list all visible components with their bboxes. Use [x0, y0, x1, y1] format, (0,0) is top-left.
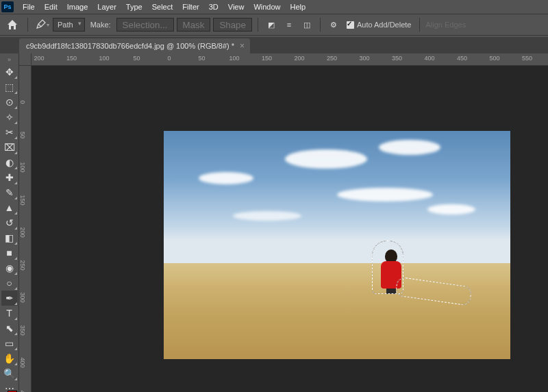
menu-layer[interactable]: Layer — [92, 1, 121, 12]
align-edges-option: Align Edges — [425, 21, 466, 29]
toolbar-chevron-icon[interactable]: » — [8, 56, 11, 63]
separator — [27, 18, 28, 32]
zoom-tool[interactable]: 🔍 — [1, 366, 18, 381]
make-shape-button[interactable]: Shape — [213, 18, 252, 32]
menu-bar: Ps FileEditImageLayerTypeSelectFilter3DV… — [0, 0, 548, 14]
marquee-tool[interactable]: ⬚ — [1, 79, 18, 95]
app-logo-icon: Ps — [1, 1, 14, 12]
horizontal-ruler[interactable]: 2001501005005010015020025030035040045050… — [32, 53, 548, 66]
checkbox-icon — [347, 21, 354, 29]
ruler-tick: 150 — [262, 55, 272, 62]
lasso-tool[interactable]: ⊙ — [1, 95, 18, 110]
menu-view[interactable]: View — [223, 1, 249, 12]
ruler-tick: 400 — [19, 357, 26, 367]
separator — [419, 18, 420, 32]
menu-3d[interactable]: 3D — [204, 1, 223, 12]
healing-tool[interactable]: ✚ — [1, 170, 18, 185]
close-icon[interactable]: × — [240, 41, 245, 51]
ruler-tick: 200 — [34, 55, 44, 62]
ruler-tick: 50 — [19, 131, 26, 138]
ruler-tick: 400 — [424, 55, 434, 62]
ruler-tick: 450 — [457, 55, 467, 62]
frame-tool[interactable]: ⌧ — [1, 140, 18, 155]
ruler-tick: 350 — [19, 325, 26, 335]
ruler-tick: 100 — [229, 55, 239, 62]
make-mask-button[interactable]: Mask — [177, 18, 211, 32]
ruler-tick: 250 — [19, 260, 26, 270]
ruler-tick: 0 — [19, 100, 26, 103]
ruler-tick: 250 — [327, 55, 337, 62]
image-cloud — [199, 172, 253, 184]
make-selection-button[interactable]: Selection... — [116, 18, 174, 32]
ruler-tick: 200 — [19, 227, 26, 237]
auto-add-delete-label: Auto Add/Delete — [357, 21, 412, 29]
ruler-origin[interactable] — [19, 53, 32, 66]
dodge-tool[interactable]: ○ — [1, 275, 18, 291]
path-align-icon[interactable]: ≡ — [282, 17, 297, 32]
ruler-tick: 550 — [522, 55, 532, 62]
vertical-ruler[interactable]: 050100150200250300350400450 — [19, 66, 32, 392]
path-arrange-icon[interactable]: ◫ — [299, 17, 314, 32]
menu-filter[interactable]: Filter — [177, 1, 203, 12]
document-tab-bar: c9cb9ddf18fc138017830db766edcfd4.jpg @ 1… — [0, 37, 548, 53]
document-tab[interactable]: c9cb9ddf18fc138017830db766edcfd4.jpg @ 1… — [19, 38, 250, 53]
ruler-tick: 500 — [489, 55, 499, 62]
type-tool[interactable]: T — [1, 306, 18, 321]
menu-help[interactable]: Help — [286, 1, 311, 12]
ruler-tick: 300 — [359, 55, 369, 62]
magic-wand-tool[interactable]: ✧ — [1, 110, 18, 125]
ruler-tick: 150 — [66, 55, 77, 62]
make-label: Make: — [88, 21, 114, 29]
crop-tool[interactable]: ✂ — [1, 125, 18, 140]
pen-tool[interactable]: ✒ — [1, 291, 18, 306]
image-cloud — [285, 149, 367, 169]
ruler-tick: 300 — [19, 292, 26, 302]
workspace: » ✥⬚⊙✧✂⌧◐✚✎▲↺◧■◉○✒T⬉▭✋🔍⋯ 200150100500501… — [0, 53, 548, 392]
menu-file[interactable]: File — [18, 1, 40, 12]
document-tab-title: c9cb9ddf18fc138017830db766edcfd4.jpg @ 1… — [26, 42, 234, 50]
image-cloud — [427, 204, 475, 215]
document-canvas[interactable] — [164, 131, 510, 359]
eyedropper-tool[interactable]: ◐ — [1, 155, 18, 170]
separator — [320, 18, 321, 32]
ruler-tick: 50 — [198, 55, 205, 62]
image-cloud — [233, 211, 301, 221]
ruler-tick: 50 — [133, 55, 140, 62]
pen-tool-icon[interactable]: ▾ — [34, 16, 50, 33]
menu-type[interactable]: Type — [121, 1, 147, 12]
ruler-tick: 0 — [167, 55, 171, 62]
auto-add-delete-checkbox[interactable]: Auto Add/Delete — [344, 21, 414, 29]
stamp-tool[interactable]: ▲ — [1, 200, 18, 215]
menu-window[interactable]: Window — [249, 1, 285, 12]
path-select-tool[interactable]: ⬉ — [1, 321, 18, 336]
canvas-area[interactable]: 2001501005005010015020025030035040045050… — [19, 53, 548, 392]
brush-tool[interactable]: ✎ — [1, 185, 18, 200]
hand-tool[interactable]: ✋ — [1, 351, 18, 366]
image-field — [164, 263, 510, 359]
menu-select[interactable]: Select — [147, 1, 178, 12]
gear-icon[interactable]: ⚙ — [326, 17, 341, 32]
ruler-tick: 200 — [294, 55, 304, 62]
blur-tool[interactable]: ◉ — [1, 260, 18, 275]
home-button[interactable] — [3, 16, 22, 33]
history-brush-tool[interactable]: ↺ — [1, 215, 18, 230]
options-bar: ▾ Path Make: Selection... Mask Shape ◩ ≡… — [0, 14, 548, 36]
gradient-tool[interactable]: ■ — [1, 245, 18, 260]
menu-edit[interactable]: Edit — [40, 1, 62, 12]
tools-panel: » ✥⬚⊙✧✂⌧◐✚✎▲↺◧■◉○✒T⬉▭✋🔍⋯ — [0, 53, 19, 392]
eraser-tool[interactable]: ◧ — [1, 230, 18, 245]
rectangle-tool[interactable]: ▭ — [1, 336, 18, 351]
path-mode-dropdown[interactable]: Path — [53, 18, 85, 32]
separator — [258, 18, 258, 32]
path-ops-combine-icon[interactable]: ◩ — [264, 17, 279, 32]
ruler-tick: 150 — [19, 195, 26, 205]
ruler-tick: 100 — [99, 55, 109, 62]
ruler-tick: 100 — [19, 162, 26, 172]
move-tool[interactable]: ✥ — [1, 64, 18, 79]
menu-image[interactable]: Image — [62, 1, 93, 12]
ruler-tick: 350 — [392, 55, 402, 62]
